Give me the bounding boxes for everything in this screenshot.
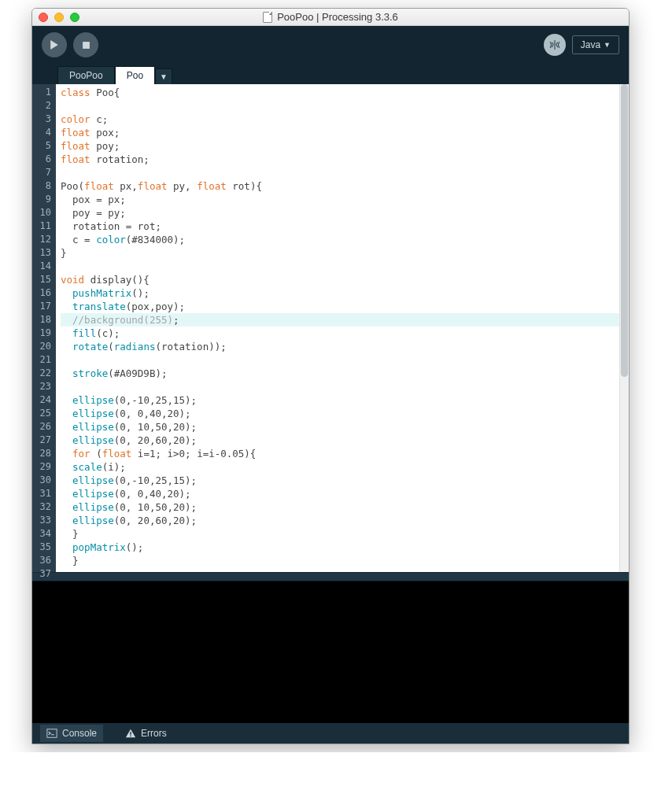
window-title: PooPoo | Processing 3.3.6 — [32, 11, 629, 23]
errors-tab-label: Errors — [141, 728, 167, 739]
code-area[interactable]: class Poo{ color c; float pox; float poy… — [56, 84, 619, 572]
svg-rect-2 — [130, 732, 131, 735]
tab-poo[interactable]: Poo — [115, 66, 155, 84]
mode-selector[interactable]: Java ▼ — [572, 35, 619, 54]
svg-rect-1 — [47, 729, 57, 738]
toolbar: Java ▼ — [32, 26, 629, 64]
pane-separator[interactable] — [32, 572, 629, 581]
run-button[interactable] — [42, 32, 67, 57]
chevron-down-icon: ▼ — [604, 41, 611, 49]
console-output[interactable] — [32, 581, 629, 723]
mode-label: Java — [581, 39, 600, 50]
editor: 1234567891011121314151617181920212223242… — [32, 84, 629, 572]
console-tab-label: Console — [62, 728, 97, 739]
app-window: PooPoo | Processing 3.3.6 Java ▼ PooPoo … — [31, 8, 630, 744]
tab-poopoo[interactable]: PooPoo — [57, 66, 115, 84]
tab-bar: PooPoo Poo ▼ — [32, 64, 629, 84]
svg-rect-0 — [83, 42, 90, 49]
debug-button[interactable] — [544, 34, 566, 56]
console-icon — [46, 728, 57, 739]
svg-rect-3 — [130, 736, 131, 736]
scrollbar-thumb[interactable] — [621, 84, 628, 377]
warning-icon — [125, 728, 136, 739]
play-icon — [50, 40, 59, 50]
document-icon — [263, 12, 272, 23]
line-gutter: 1234567891011121314151617181920212223242… — [32, 84, 56, 572]
window-title-text: PooPoo | Processing 3.3.6 — [277, 11, 398, 23]
stop-button[interactable] — [73, 32, 98, 57]
stop-icon — [82, 41, 90, 50]
vertical-scrollbar[interactable] — [619, 84, 629, 572]
butterfly-icon — [548, 39, 561, 51]
console-tab[interactable]: Console — [40, 725, 103, 742]
titlebar: PooPoo | Processing 3.3.6 — [32, 9, 629, 26]
errors-tab[interactable]: Errors — [119, 725, 173, 742]
bottom-bar: Console Errors — [32, 723, 629, 744]
tab-dropdown-button[interactable]: ▼ — [155, 68, 172, 84]
